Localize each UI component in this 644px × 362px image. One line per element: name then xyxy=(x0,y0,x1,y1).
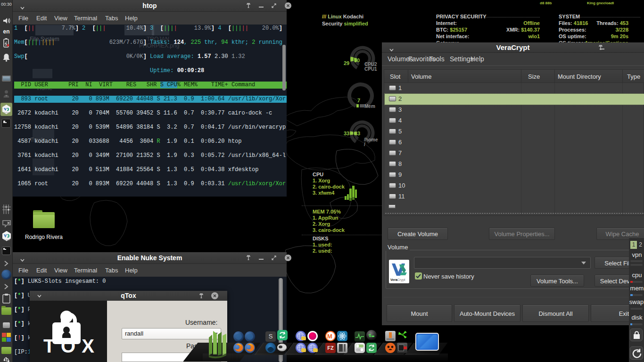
svg-text:33: 33 xyxy=(355,131,360,136)
svg-text:7: 7 xyxy=(357,98,360,103)
svg-text:33: 33 xyxy=(344,131,349,136)
svg-text:CPU1: CPU1 xyxy=(364,66,377,72)
svg-text:VeraCrypt: VeraCrypt xyxy=(390,278,405,282)
svg-text:30: 30 xyxy=(354,58,360,63)
svg-text:/home: /home xyxy=(364,137,378,142)
svg-text:VeraCrypt: VeraCrypt xyxy=(3,112,10,114)
svg-text:Mem: Mem xyxy=(364,104,375,109)
svg-text:TOX: TOX xyxy=(43,336,94,356)
svg-text:VeraCrypt: VeraCrypt xyxy=(4,239,10,241)
svg-text:29: 29 xyxy=(344,60,349,66)
svg-text:/: / xyxy=(364,142,365,147)
